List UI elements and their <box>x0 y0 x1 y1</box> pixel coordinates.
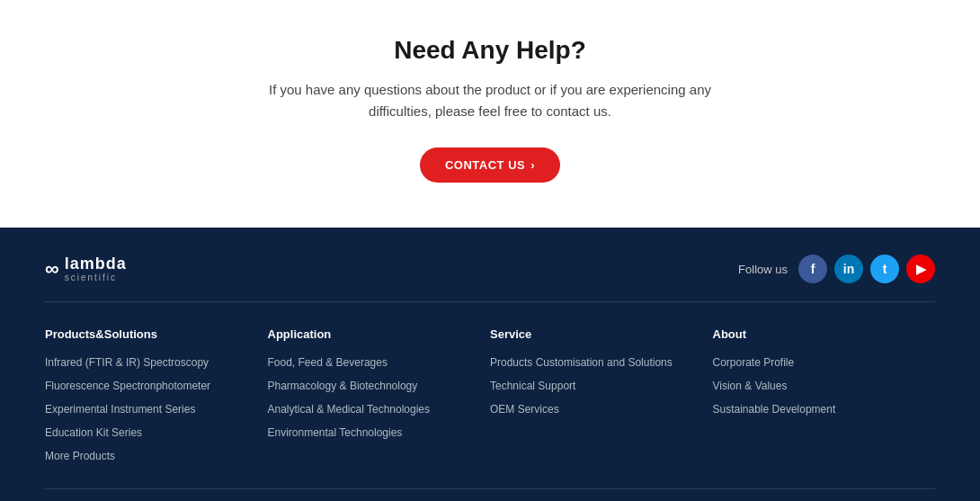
logo-name: lambda <box>65 255 127 273</box>
list-item: More Products <box>45 447 268 463</box>
footer-col-service: ServiceProducts Customisation and Soluti… <box>490 327 713 470</box>
logo-symbol: ∞ <box>45 257 59 281</box>
footer-col-title-about: About <box>713 327 936 341</box>
footer-nav: Products&SolutionsInfrared (FTIR & IR) S… <box>45 302 935 489</box>
footer-link[interactable]: Sustainable Development <box>713 403 836 416</box>
logo-sub: scientific <box>65 273 127 282</box>
footer-col-products-solutions: Products&SolutionsInfrared (FTIR & IR) S… <box>45 327 268 470</box>
footer-link[interactable]: Fluorescence Spectronphotometer <box>45 380 210 392</box>
facebook-icon[interactable]: f <box>798 255 827 283</box>
list-item: Education Kit Series <box>45 424 268 440</box>
contact-us-button[interactable]: CONTACT US › <box>420 148 560 183</box>
footer-link[interactable]: Environmental Technologies <box>268 426 403 439</box>
footer-link[interactable]: Infrared (FTIR & IR) Spectroscopy <box>45 356 209 369</box>
list-item: Corporate Profile <box>713 353 936 370</box>
footer-link[interactable]: OEM Services <box>490 403 559 416</box>
footer-col-about: AboutCorporate ProfileVision & ValuesSus… <box>713 327 936 470</box>
list-item: Analytical & Medical Technologies <box>268 400 491 416</box>
list-item: Food, Feed & Beverages <box>268 353 491 370</box>
list-item: Fluorescence Spectronphotometer <box>45 377 268 393</box>
footer-link[interactable]: Vision & Values <box>713 380 788 392</box>
logo-text-block: lambda scientific <box>65 255 127 283</box>
list-item: Vision & Values <box>713 377 936 393</box>
footer-link[interactable]: Products Customisation and Solutions <box>490 356 673 369</box>
hero-section: Need Any Help? If you have any questions… <box>0 0 980 228</box>
list-item: Products Customisation and Solutions <box>490 353 713 370</box>
list-item: Technical Support <box>490 377 713 393</box>
footer-top: ∞ lambda scientific Follow us f in t ▶ <box>45 255 935 302</box>
footer-link[interactable]: Food, Feed & Beverages <box>268 356 388 369</box>
list-item: Environmental Technologies <box>268 424 491 440</box>
footer-link[interactable]: Education Kit Series <box>45 426 142 439</box>
contact-btn-arrow: › <box>530 158 535 172</box>
list-item: Infrared (FTIR & IR) Spectroscopy <box>45 353 268 370</box>
footer-link[interactable]: Corporate Profile <box>713 356 795 369</box>
footer-col-application: ApplicationFood, Feed & BeveragesPharmac… <box>268 327 491 470</box>
list-item: Sustainable Development <box>713 400 936 416</box>
footer: ∞ lambda scientific Follow us f in t ▶ P… <box>0 228 980 501</box>
list-item: OEM Services <box>490 400 713 416</box>
follow-label: Follow us <box>738 263 788 276</box>
footer-link[interactable]: Experimental Instrument Series <box>45 403 195 416</box>
footer-col-title-products-solutions: Products&Solutions <box>45 327 268 341</box>
footer-link[interactable]: Pharmacology & Biotechnology <box>268 380 418 392</box>
footer-col-title-application: Application <box>268 327 491 341</box>
footer-link[interactable]: Analytical & Medical Technologies <box>268 403 431 416</box>
footer-bottom-links: Accessibility StatementTerms of UseData … <box>45 489 935 501</box>
footer-link[interactable]: Technical Support <box>490 380 575 392</box>
list-item: Experimental Instrument Series <box>45 400 268 416</box>
hero-description: If you have any questions about the prod… <box>265 79 715 122</box>
social-area: Follow us f in t ▶ <box>738 255 935 283</box>
footer-link[interactable]: More Products <box>45 450 115 462</box>
list-item: Pharmacology & Biotechnology <box>268 377 491 393</box>
hero-title: Need Any Help? <box>18 36 962 65</box>
twitter-icon[interactable]: t <box>870 255 899 283</box>
youtube-icon[interactable]: ▶ <box>906 255 935 283</box>
logo-area: ∞ lambda scientific <box>45 255 127 283</box>
footer-col-title-service: Service <box>490 327 713 341</box>
linkedin-icon[interactable]: in <box>834 255 863 283</box>
